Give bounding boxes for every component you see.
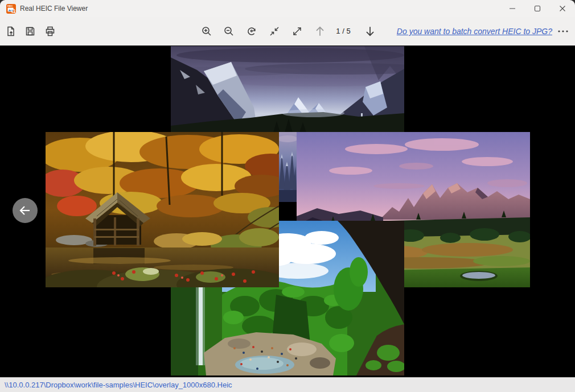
next-page-button[interactable]	[360, 22, 380, 41]
save-button[interactable]	[20, 22, 40, 41]
titlebar: HEIC Real HEIC File Viewer	[0, 0, 575, 17]
print-button[interactable]	[40, 22, 60, 41]
statusbar: \\10.0.0.217\Dropbox\work\file-samples\H…	[0, 377, 575, 392]
page-indicator: 1 / 5	[330, 17, 356, 46]
arrow-left-icon	[17, 202, 34, 219]
maximize-button[interactable]	[525, 0, 550, 17]
actual-size-button[interactable]	[288, 22, 307, 41]
viewer-canvas	[0, 46, 575, 377]
batch-convert-link[interactable]: Do you want to batch convert HEIC to JPG…	[397, 17, 552, 46]
file-path: \\10.0.0.217\Dropbox\work\file-samples\H…	[5, 381, 232, 389]
more-options-button[interactable]	[555, 22, 572, 41]
rotate-button[interactable]	[242, 22, 261, 41]
previous-image-button[interactable]	[13, 198, 38, 223]
fit-to-window-button[interactable]	[265, 22, 284, 41]
zoom-in-button[interactable]	[197, 22, 216, 41]
toolbar: 1 / 5 Do you want to batch convert HEIC …	[0, 17, 575, 46]
window-title: Real HEIC File Viewer	[20, 5, 88, 13]
app-window: HEIC Real HEIC File Viewer	[0, 0, 575, 392]
window-controls	[500, 0, 575, 17]
svg-text:HEIC: HEIC	[7, 5, 13, 7]
app-icon: HEIC	[6, 4, 16, 14]
zoom-out-button[interactable]	[219, 22, 239, 41]
photo-yosemite-valley-winter	[171, 46, 404, 133]
close-button[interactable]	[550, 0, 575, 17]
minimize-button[interactable]	[500, 0, 525, 17]
open-file-button[interactable]	[1, 22, 20, 41]
photo-autumn-pond-gazebo	[46, 132, 279, 287]
photo-snowy-pines-strip	[279, 132, 297, 202]
previous-page-button[interactable]	[310, 22, 330, 41]
